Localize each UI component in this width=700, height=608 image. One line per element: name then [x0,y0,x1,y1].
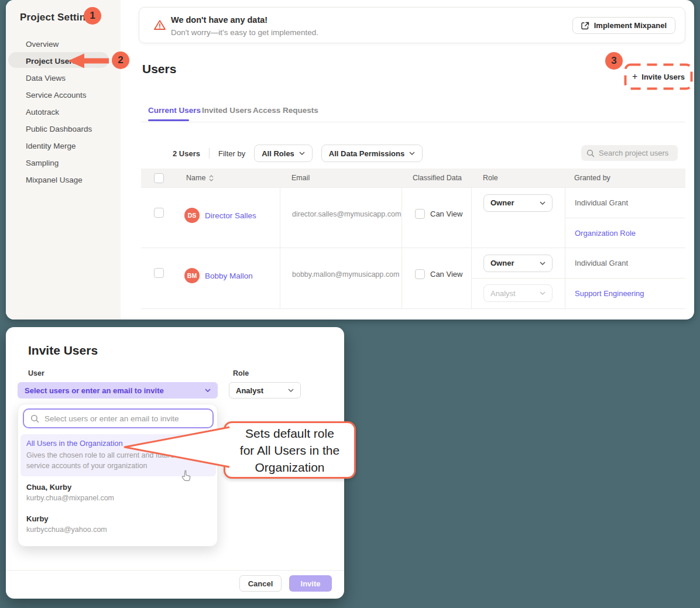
modal-footer-divider [6,570,344,571]
modal-title: Invite Users [28,343,98,358]
role-select-value: Analyst [490,289,516,298]
filter-by-label: Filter by [218,149,245,158]
user-select-trigger[interactable]: Select users or enter an email to invite [18,382,218,399]
roles-filter-dropdown[interactable]: All Roles [254,145,313,162]
users-table: Name Email Classified Data Role Granted … [141,169,685,309]
can-view-label: Can View [430,209,462,218]
users-page-title: Users [142,62,176,76]
warning-icon [153,19,166,31]
chevron-down-icon [205,389,211,392]
granted-by-value: Individual Grant [565,198,628,207]
col-header-granted-by: Granted by [565,174,685,182]
role-select-value: Owner [490,198,514,207]
option-user-1[interactable]: Chua, Kurby [26,483,71,492]
table-header-row: Name Email Classified Data Role Granted … [141,169,685,188]
banner-button-label: Implement Mixpanel [594,21,667,30]
cancel-button[interactable]: Cancel [239,575,282,592]
role-select-value: Owner [490,259,514,267]
tabs-divider [141,122,685,122]
col-header-role: Role [471,174,565,182]
invite-users-button[interactable]: + Invite Users [629,68,688,85]
search-project-users-input[interactable] [599,149,672,157]
option-user-2-email[interactable]: kurbycchua@yahoo.com [26,525,107,534]
screenshot-root: Project Settings Overview Project Users … [0,0,700,608]
role-select[interactable]: Owner [483,194,553,212]
users-toolbar: 2 Users Filter by All Roles All Data Per… [141,144,685,163]
settings-sidebar: Project Settings Overview Project Users … [6,0,121,320]
sidebar-item-public-dashboards[interactable]: Public Dashboards [26,123,114,135]
search-icon [586,149,595,157]
invite-submit-button[interactable]: Invite [289,575,332,592]
callout-line: Sets default role [245,425,334,442]
granted-by-link[interactable]: Organization Role [565,229,636,238]
can-view-label: Can View [430,270,462,279]
option-user-1-email[interactable]: kurby.chua@mixpanel.com [26,494,114,502]
sidebar-item-data-views[interactable]: Data Views [26,73,114,84]
user-field-label: User [28,369,44,377]
role-select-disabled: Analyst [483,284,553,302]
chevron-down-icon [409,152,415,155]
user-name-link[interactable]: Director Salles [205,211,256,220]
no-data-banner: We don't have any data! Don't worry—it's… [139,7,685,43]
chevron-down-icon [540,291,545,295]
can-view-checkbox[interactable] [415,269,425,279]
tab-access-requests[interactable]: Access Requests [253,106,318,115]
tab-current-users[interactable]: Current Users [148,106,201,115]
avatar: DS [184,208,200,223]
sidebar-item-mixpanel-usage[interactable]: Mixpanel Usage [26,174,114,186]
banner-title: We don't have any data! [171,15,267,25]
external-link-icon [581,22,589,30]
invite-users-zone: + Invite Users [624,63,693,90]
option-user-2[interactable]: Kurby [26,514,49,523]
permissions-filter-dropdown[interactable]: All Data Permissions [321,145,423,162]
project-settings-page: Project Settings Overview Project Users … [6,0,694,320]
user-select-value: Select users or enter an email to invite [25,386,164,395]
sidebar-item-autotrack[interactable]: Autotrack [26,107,114,118]
select-all-checkbox[interactable] [154,173,164,183]
granted-by-link[interactable]: Support Engineering [565,289,644,298]
roles-filter-label: All Roles [262,149,294,158]
invite-users-button-label: Invite Users [641,73,685,81]
tab-invited-users[interactable]: Invited Users [202,106,252,115]
table-row: DS Director Salles director.salles@mymus… [141,188,685,248]
user-email: bobby.mallon@mymusicapp.com [280,248,402,279]
can-view-checkbox[interactable] [415,209,425,219]
callout-line: Organization [255,459,324,476]
search-project-users-box [581,145,678,161]
granted-by-value: Individual Grant [565,259,628,267]
row-checkbox[interactable] [154,208,164,218]
role-field-label: Role [233,369,249,377]
sidebar-item-service-accounts[interactable]: Service Accounts [26,90,114,101]
user-email: director.salles@mymusicapp.com [280,188,402,218]
step-badge-3: 3 [605,52,623,70]
chevron-down-icon [540,262,545,265]
role-select[interactable]: Owner [483,255,553,272]
table-row: BM Bobby Mallon bobby.mallon@mymusicapp.… [141,248,685,309]
row-checkbox[interactable] [154,268,164,278]
banner-subtitle: Don't worry—it's easy to get implemented… [171,28,318,37]
annotation-callout: Sets default role for All Users in the O… [224,421,356,479]
option-title: All Users in the Organization [26,439,123,448]
implement-mixpanel-button[interactable]: Implement Mixpanel [572,17,675,34]
sidebar-item-identity-merge[interactable]: Identity Merge [26,140,114,152]
plus-icon: + [632,73,637,81]
callout-tail [120,418,231,476]
col-header-email: Email [280,174,402,182]
step-badge-1: 1 [84,7,101,25]
step-badge-2: 2 [112,51,129,69]
sidebar-item-overview[interactable]: Overview [26,39,114,50]
callout-line: for All Users in the [240,442,339,459]
search-icon [30,414,39,423]
chevron-down-icon [299,152,305,155]
sidebar-item-sampling[interactable]: Sampling [26,157,114,169]
role-select-value: Analyst [236,386,263,395]
permissions-filter-label: All Data Permissions [329,149,404,158]
sort-icon[interactable] [209,175,214,181]
user-count: 2 Users [173,149,200,158]
role-select-trigger[interactable]: Analyst [229,382,301,399]
user-name-link[interactable]: Bobby Mallon [205,272,253,280]
avatar: BM [184,268,200,283]
col-header-classified: Classified Data [402,174,471,182]
col-header-name[interactable]: Name [186,174,205,182]
chevron-down-icon [540,201,545,205]
